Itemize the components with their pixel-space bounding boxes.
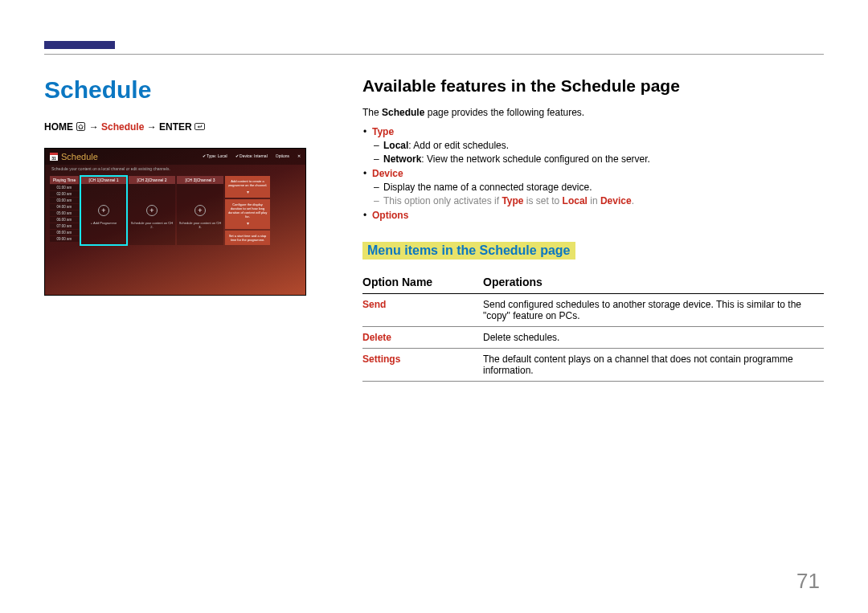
- channel-header: [CH 3]Channel 3: [177, 176, 223, 184]
- left-column: Schedule HOME → Schedule → ENTER 31 Sche…: [44, 76, 306, 382]
- time-header: Playing Time: [50, 176, 79, 184]
- calendar-icon: 31: [50, 153, 58, 161]
- time-cell: 08:00 am: [50, 230, 79, 235]
- channel-column-1: [CH 1]Channel 1 + + Add Programme: [80, 176, 127, 245]
- navigation-path: HOME → Schedule → ENTER: [44, 121, 306, 133]
- feature-device: Device Display the name of a connected s…: [372, 168, 824, 206]
- time-column: Playing Time 01:00 am 02:00 am 03:00 am …: [50, 176, 79, 245]
- tip-box: Add content to create a programme on the…: [225, 176, 270, 198]
- channel-label: + Add Programme: [80, 221, 127, 225]
- time-cell: 05:00 am: [50, 210, 79, 216]
- schedule-screenshot: 31 Schedule ✔ Type: Local ✔ Device: Inte…: [44, 148, 306, 296]
- table-header-option-name: Option Name: [362, 271, 483, 294]
- shot-device-label: ✔ Device: Internal: [235, 153, 268, 158]
- add-icon: +: [194, 205, 206, 216]
- right-column: Available features in the Schedule page …: [362, 76, 824, 382]
- time-cell: 01:00 am: [50, 185, 79, 190]
- feature-name-device: Device: [372, 168, 403, 179]
- svg-rect-0: [77, 122, 85, 130]
- shot-type-label: ✔ Type: Local: [203, 153, 227, 158]
- tip-box: Configure the display duration to set ho…: [225, 199, 270, 229]
- chevron-down-icon: ▾: [227, 189, 268, 194]
- feature-options: Options: [372, 210, 824, 221]
- nav-arrow: →: [89, 121, 99, 133]
- nav-home-label: HOME: [44, 121, 73, 133]
- add-icon: +: [98, 205, 109, 216]
- feature-name-type: Type: [372, 126, 394, 137]
- feature-device-line1: Display the name of a connected storage …: [383, 182, 824, 193]
- shot-title: Schedule: [61, 152, 98, 161]
- time-cell: 02:00 am: [50, 191, 79, 197]
- close-icon: ✕: [297, 153, 301, 158]
- time-cell: 03:00 am: [50, 198, 79, 203]
- table-row: Send Send configured schedules to anothe…: [362, 294, 824, 327]
- intro-text: The Schedule page provides the following…: [362, 107, 824, 118]
- feature-list: Type Local: Add or edit schedules. Netwo…: [362, 126, 824, 221]
- shot-options-label: Options: [276, 153, 289, 158]
- option-name-send: Send: [362, 294, 483, 327]
- option-name-settings: Settings: [362, 349, 483, 382]
- features-heading: Available features in the Schedule page: [362, 76, 824, 96]
- page-number: 71: [796, 569, 820, 594]
- option-desc-settings: The default content plays on a channel t…: [483, 349, 824, 382]
- nav-schedule-label: Schedule: [101, 121, 144, 133]
- table-row: Settings The default content plays on a …: [362, 349, 824, 382]
- nav-enter-label: ENTER: [159, 121, 192, 133]
- header-rule: [44, 54, 824, 55]
- channel-header: [CH 1]Channel 1: [80, 176, 127, 184]
- feature-type: Type Local: Add or edit schedules. Netwo…: [372, 126, 824, 165]
- time-cell: 04:00 am: [50, 204, 79, 210]
- options-table: Option Name Operations Send Send configu…: [362, 271, 824, 382]
- option-desc-delete: Delete schedules.: [483, 327, 824, 349]
- enter-icon: [194, 122, 205, 133]
- channel-header: [CH 2]Channel 2: [129, 176, 175, 184]
- channel-label: Schedule your content on CH 3.: [177, 221, 223, 229]
- option-desc-send: Send configured schedules to another sto…: [483, 294, 824, 327]
- feature-type-local: Local: Add or edit schedules.: [383, 140, 824, 151]
- feature-type-network: Network: View the network schedule confi…: [383, 153, 824, 165]
- time-cell: 06:00 am: [50, 217, 79, 223]
- time-cell: 07:00 am: [50, 223, 79, 229]
- feature-name-options: Options: [372, 210, 408, 221]
- shot-subtitle: Schedule your content on a local channel…: [45, 165, 305, 173]
- table-header-operations: Operations: [483, 271, 824, 294]
- feature-device-note: This option only activates if Type is se…: [383, 195, 824, 206]
- option-name-delete: Delete: [362, 327, 483, 349]
- nav-arrow: →: [147, 121, 157, 133]
- tips-column: Add content to create a programme on the…: [225, 176, 270, 245]
- section-heading-schedule: Schedule: [44, 76, 306, 104]
- time-cell: 09:00 am: [50, 236, 79, 242]
- table-row: Delete Delete schedules.: [362, 327, 824, 349]
- chevron-down-icon: ▾: [227, 220, 268, 226]
- header-accent-bar: [44, 41, 115, 49]
- channel-column-3: [CH 3]Channel 3 + Schedule your content …: [177, 176, 223, 245]
- channel-column-2: [CH 2]Channel 2 + Schedule your content …: [129, 176, 175, 245]
- channel-label: Schedule your content on CH 2.: [129, 221, 175, 229]
- tip-box: Set a start time and a stop time for the…: [225, 231, 270, 245]
- menu-items-heading: Menu items in the Schedule page: [362, 242, 575, 260]
- home-icon: [76, 122, 86, 133]
- add-icon: +: [146, 205, 158, 216]
